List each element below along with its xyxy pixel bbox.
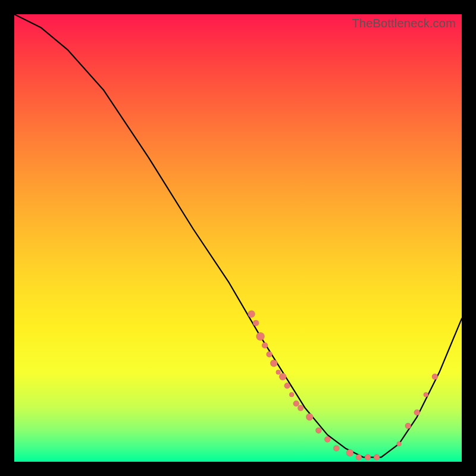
data-point (253, 320, 259, 326)
data-point (289, 392, 294, 397)
data-point (374, 455, 380, 461)
data-point (293, 400, 299, 406)
chart-frame: TheBottleneck.com (14, 14, 462, 462)
data-point (324, 436, 330, 442)
curve-path (14, 14, 462, 458)
chart-svg (14, 14, 462, 462)
data-point (424, 392, 428, 397)
data-point (248, 311, 255, 318)
data-point (414, 409, 420, 415)
data-point (333, 445, 339, 451)
data-point (270, 360, 277, 367)
data-point (365, 455, 371, 461)
data-point (405, 423, 411, 429)
data-point (306, 414, 313, 421)
data-point (432, 374, 438, 380)
scatter-group (248, 311, 438, 461)
data-point (256, 332, 265, 340)
data-point (284, 383, 290, 389)
data-point (356, 455, 362, 461)
data-point (315, 427, 321, 433)
data-point (276, 370, 281, 375)
watermark-text: TheBottleneck.com (352, 17, 456, 30)
data-point (298, 405, 303, 411)
data-point (346, 449, 353, 456)
data-point (262, 343, 268, 349)
data-point (267, 352, 273, 358)
data-point (397, 441, 402, 446)
data-point (279, 373, 286, 380)
